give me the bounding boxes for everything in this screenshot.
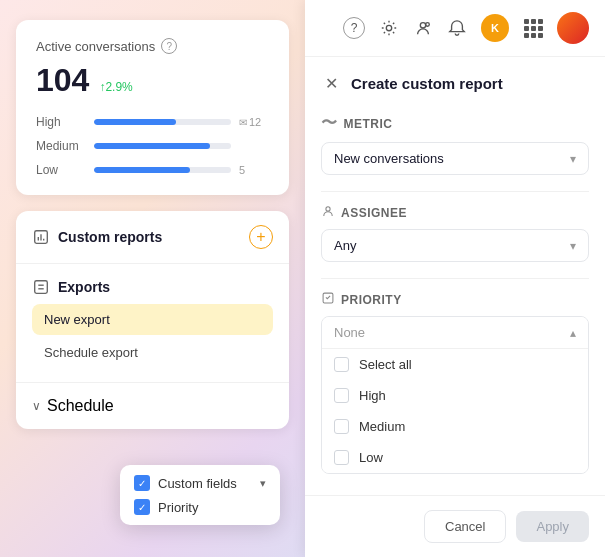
bar-label-low: Low <box>36 163 86 177</box>
option-high[interactable]: High <box>322 380 588 411</box>
bar-rows: High ✉ 12 Medium <box>36 115 269 177</box>
checkbox-high[interactable] <box>334 388 349 403</box>
help-nav-icon[interactable]: ? <box>343 17 365 39</box>
assignee-arrow-icon: ▾ <box>570 239 576 253</box>
card-title: Active conversations <box>36 39 155 54</box>
mail-icon: ✉ <box>239 117 247 128</box>
dropdown-arrow-icon: ▾ <box>260 477 266 490</box>
priority-select-open: None ▴ Select all High <box>321 316 589 474</box>
bar-fill-high <box>94 119 176 125</box>
user-avatar[interactable] <box>557 12 589 44</box>
settings-nav-icon[interactable] <box>379 18 399 38</box>
tooltip-label-priority: Priority <box>158 500 198 515</box>
grid-nav-icon[interactable] <box>523 18 543 38</box>
divider-2 <box>321 278 589 279</box>
exports-icon <box>32 278 50 296</box>
active-conversations-card: Active conversations ? 104 ↑2.9% High ✉ … <box>16 20 289 195</box>
svg-point-7 <box>386 25 391 30</box>
reports-card: Custom reports + Exports New expor <box>16 211 289 429</box>
tooltip-label-custom-fields: Custom fields <box>158 476 237 491</box>
tooltip-item-custom-fields[interactable]: Custom fields ▾ <box>134 475 266 491</box>
exports-title: Exports <box>58 279 110 295</box>
bar-row-low: Low 5 <box>36 163 269 177</box>
reports-title: Custom reports <box>58 229 162 245</box>
section-title-row: Custom reports <box>32 228 162 246</box>
svg-rect-4 <box>35 281 48 294</box>
panel-title: Create custom report <box>351 75 503 92</box>
top-nav: ? K <box>305 0 605 57</box>
bar-count-high: ✉ 12 <box>239 116 269 128</box>
trend-badge: ↑2.9% <box>99 80 132 94</box>
bar-count-low: 5 <box>239 164 269 176</box>
bar-row-medium: Medium <box>36 139 269 153</box>
left-panel: Active conversations ? 104 ↑2.9% High ✉ … <box>0 0 305 557</box>
divider-1 <box>321 191 589 192</box>
assignee-icon <box>321 204 335 221</box>
help-icon[interactable]: ? <box>161 38 177 54</box>
metric-value: 104 ↑2.9% <box>36 62 269 99</box>
panel-footer: Cancel Apply <box>305 495 605 557</box>
bar-label-medium: Medium <box>36 139 86 153</box>
nav-item-new-export[interactable]: New export <box>32 304 273 335</box>
section-header: Custom reports + <box>32 225 273 249</box>
main-container: Active conversations ? 104 ↑2.9% High ✉ … <box>0 0 605 557</box>
tooltip-dropdown: Custom fields ▾ Priority <box>120 465 280 525</box>
priority-placeholder: None <box>334 325 365 340</box>
checkbox-medium[interactable] <box>334 419 349 434</box>
nav-items: New export Schedule export <box>32 304 273 368</box>
card-header: Active conversations ? <box>36 38 269 54</box>
reports-section: Custom reports + <box>16 211 289 264</box>
cancel-button[interactable]: Cancel <box>424 510 506 543</box>
bar-track-low <box>94 167 231 173</box>
checkbox-custom-fields[interactable] <box>134 475 150 491</box>
schedule-partial: ∨ Schedule <box>16 382 289 429</box>
metric-section: 〜 Metric New conversations ▾ <box>321 113 589 175</box>
assignee-select[interactable]: Any ▾ <box>321 229 589 262</box>
checkbox-low[interactable] <box>334 450 349 465</box>
assignee-section: Assignee Any ▾ <box>321 204 589 262</box>
bar-label-high: High <box>36 115 86 129</box>
right-panel: ? K <box>305 0 605 557</box>
schedule-label: Schedule <box>47 397 114 415</box>
panel-header: ✕ Create custom report <box>321 73 589 93</box>
bar-row-high: High ✉ 12 <box>36 115 269 129</box>
exports-section: Exports New export Schedule export <box>16 264 289 382</box>
contacts-nav-icon[interactable] <box>413 18 433 38</box>
reports-icon <box>32 228 50 246</box>
bar-track-high <box>94 119 231 125</box>
user-badge[interactable]: K <box>481 14 509 42</box>
exports-header: Exports <box>32 278 273 296</box>
bar-fill-low <box>94 167 190 173</box>
priority-icon <box>321 291 335 308</box>
close-button[interactable]: ✕ <box>321 73 341 93</box>
option-medium[interactable]: Medium <box>322 411 588 442</box>
checkbox-select-all[interactable] <box>334 357 349 372</box>
svg-point-8 <box>420 23 425 28</box>
option-low[interactable]: Low <box>322 442 588 473</box>
priority-label-row: Priority <box>321 291 589 308</box>
big-number: 104 <box>36 62 89 99</box>
panel-content: ✕ Create custom report 〜 Metric New conv… <box>305 57 605 495</box>
priority-section: Priority None ▴ Select all H <box>321 291 589 474</box>
nav-item-schedule-export[interactable]: Schedule export <box>32 337 273 368</box>
priority-label-text: Priority <box>341 293 402 307</box>
bar-track-medium <box>94 143 231 149</box>
apply-button[interactable]: Apply <box>516 511 589 542</box>
option-select-all[interactable]: Select all <box>322 349 588 380</box>
svg-point-9 <box>426 23 430 27</box>
metric-select[interactable]: New conversations ▾ <box>321 142 589 175</box>
metric-icon: 〜 <box>321 113 338 134</box>
metric-label: 〜 Metric <box>321 113 589 134</box>
chevron-down-icon: ∨ <box>32 399 41 413</box>
notifications-nav-icon[interactable] <box>447 18 467 38</box>
bar-fill-medium <box>94 143 210 149</box>
priority-select-header[interactable]: None ▴ <box>322 317 588 349</box>
metric-arrow-icon: ▾ <box>570 152 576 166</box>
svg-point-10 <box>326 207 330 211</box>
priority-arrow-up-icon: ▴ <box>570 326 576 340</box>
checkbox-priority[interactable] <box>134 499 150 515</box>
tooltip-item-priority[interactable]: Priority <box>134 499 266 515</box>
assignee-label: Assignee <box>321 204 589 221</box>
priority-dropdown-options: Select all High Medium Low <box>322 349 588 473</box>
add-report-button[interactable]: + <box>249 225 273 249</box>
